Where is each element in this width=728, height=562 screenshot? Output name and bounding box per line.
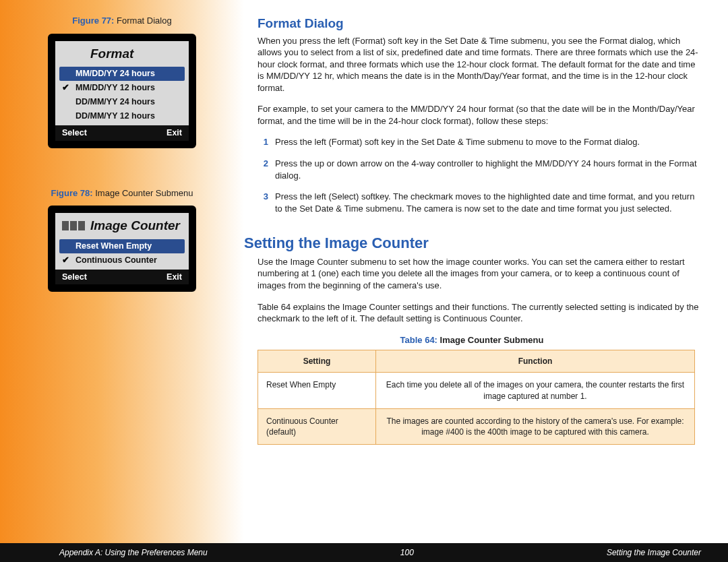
list-item: DD/MM/YY 24 hours	[59, 95, 185, 109]
table-cell-setting: Continuous Counter (default)	[258, 408, 376, 444]
list-item-label: Reset When Empty	[75, 241, 152, 252]
figure-77-list: MM/DD/YY 24 hours ✔ MM/DD/YY 12 hours DD…	[55, 65, 189, 125]
list-item: ✔ Continuous Counter	[59, 253, 185, 268]
table-64: Setting Function Reset When Empty Each t…	[257, 350, 695, 445]
table-64-number: Table 64:	[400, 335, 437, 345]
image-counter-para-1: Use the Image Counter submenu to set how…	[257, 256, 700, 292]
table-cell-function: The images are counted according to the …	[376, 408, 695, 444]
step-3: 3 Press the left (Select) softkey. The c…	[257, 191, 700, 214]
list-item: Reset When Empty	[59, 239, 185, 253]
table-64-caption-text: Image Counter Submenu	[440, 335, 544, 345]
format-dialog-steps: 1 Press the left (Format) soft key in th…	[257, 136, 700, 214]
list-item-label: Continuous Counter	[75, 255, 157, 266]
list-item: MM/DD/YY 24 hours	[59, 67, 185, 81]
figure-77-device: Format MM/DD/YY 24 hours ✔ MM/DD/YY 12 h…	[48, 34, 196, 148]
figure-77-softkeys: Select Exit	[55, 125, 189, 141]
table-row: Continuous Counter (default) The images …	[258, 408, 695, 444]
table-header-function: Function	[376, 350, 695, 373]
list-item-label: DD/MM/YY 24 hours	[75, 96, 155, 108]
step-1: 1 Press the left (Format) soft key in th…	[257, 136, 700, 148]
figure-78-list: Reset When Empty ✔ Continuous Counter	[55, 237, 189, 270]
page-footer: Appendix A: Using the Preferences Menu 1…	[0, 543, 728, 562]
figure-78-caption: Figure 78: Image Counter Submenu	[48, 187, 196, 199]
step-text: Press the up or down arrow on the 4-way …	[275, 158, 700, 181]
table-row: Reset When Empty Each time you delete al…	[258, 373, 695, 408]
format-dialog-para-2: For example, to set your camera to the M…	[257, 103, 700, 127]
image-counter-icon	[62, 221, 86, 230]
figure-77-number: Figure 77:	[72, 15, 114, 26]
table-cell-setting: Reset When Empty	[258, 373, 376, 408]
figure-78-device: Image Counter Reset When Empty ✔ Continu…	[48, 206, 196, 292]
softkey-exit: Exit	[166, 127, 182, 139]
figure-77-screen-titlebar: Format	[55, 41, 189, 65]
step-text: Press the left (Format) soft key in the …	[275, 136, 640, 148]
softkey-exit: Exit	[166, 272, 182, 283]
table-64-caption: Table 64: Image Counter Submenu	[244, 334, 700, 346]
softkey-select: Select	[62, 272, 87, 283]
image-counter-para-2: Table 64 explains the Image Counter sett…	[257, 301, 700, 325]
list-item-label: DD/MM/YY 12 hours	[75, 111, 155, 122]
list-item-label: MM/DD/YY 12 hours	[75, 82, 155, 94]
footer-right: Setting the Image Counter	[607, 547, 701, 558]
list-item: ✔ MM/DD/YY 12 hours	[59, 81, 185, 95]
figure-77-screen-title: Format	[90, 45, 133, 63]
sidebar: Figure 77: Format Dialog Format MM/DD/YY…	[0, 0, 244, 562]
checkmark-icon: ✔	[62, 255, 71, 266]
step-number: 2	[257, 158, 268, 170]
footer-left: Appendix A: Using the Preferences Menu	[59, 547, 208, 558]
step-number: 1	[257, 136, 268, 148]
figure-77-caption-text: Format Dialog	[117, 15, 172, 26]
table-header-setting: Setting	[258, 350, 376, 373]
heading-image-counter: Setting the Image Counter	[244, 233, 700, 253]
list-item: DD/MM/YY 12 hours	[59, 109, 185, 123]
figure-78-screen-title: Image Counter	[90, 217, 180, 235]
figure-78-softkeys: Select Exit	[55, 270, 189, 285]
figure-78-screen-titlebar: Image Counter	[55, 213, 189, 237]
figure-78-block: Figure 78: Image Counter Submenu Image C…	[48, 187, 196, 292]
step-text: Press the left (Select) softkey. The che…	[275, 191, 700, 214]
step-2: 2 Press the up or down arrow on the 4-wa…	[257, 158, 700, 181]
table-cell-function: Each time you delete all of the images o…	[376, 373, 695, 408]
figure-78-caption-text: Image Counter Submenu	[95, 188, 193, 198]
figure-77-screen: Format MM/DD/YY 24 hours ✔ MM/DD/YY 12 h…	[55, 41, 189, 141]
footer-page-number: 100	[400, 547, 414, 558]
step-number: 3	[257, 191, 268, 203]
figure-77-caption: Figure 77: Format Dialog	[72, 15, 171, 27]
softkey-select: Select	[62, 127, 87, 139]
main-content: Format Dialog When you press the left (F…	[244, 0, 728, 562]
figure-78-number: Figure 78:	[51, 188, 92, 198]
heading-format-dialog: Format Dialog	[257, 15, 700, 32]
list-item-label: MM/DD/YY 24 hours	[75, 68, 155, 80]
table-header-row: Setting Function	[258, 350, 695, 373]
format-dialog-para-1: When you press the left (Format) soft ke…	[257, 35, 700, 94]
checkmark-icon: ✔	[62, 82, 71, 94]
page: Figure 77: Format Dialog Format MM/DD/YY…	[0, 0, 728, 562]
figure-78-screen: Image Counter Reset When Empty ✔ Continu…	[55, 213, 189, 284]
